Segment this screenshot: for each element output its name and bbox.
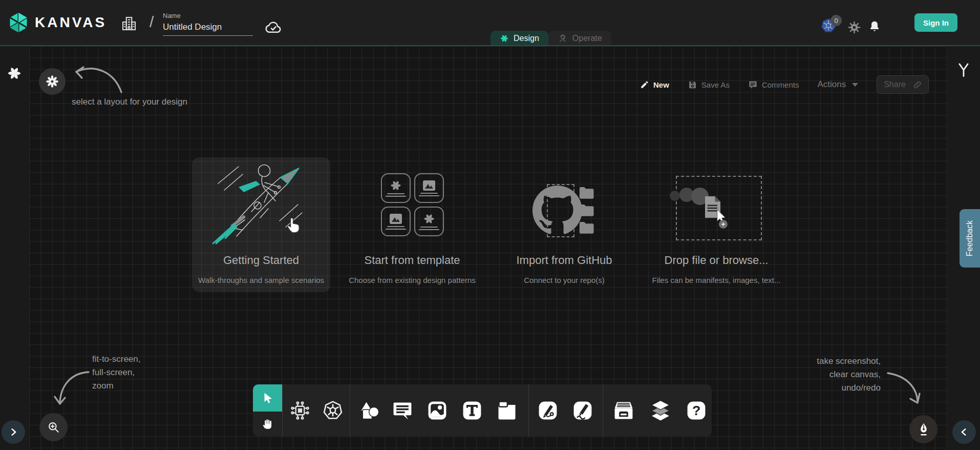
- github-octocat-icon[interactable]: [532, 186, 582, 235]
- tab-design[interactable]: Design: [491, 31, 548, 46]
- canvas-toolbar: New Save As Comments Actions Share: [640, 75, 929, 94]
- add-plus-badge: [719, 220, 728, 229]
- card-title-github[interactable]: Import from GitHub: [487, 254, 641, 267]
- comments-button[interactable]: Comments: [748, 80, 799, 90]
- select-cursor-icon: [261, 392, 274, 405]
- tab-design-label: Design: [514, 34, 539, 43]
- feedback-tab[interactable]: Feedback: [960, 209, 980, 268]
- svg-text:?: ?: [692, 403, 700, 418]
- note-tool-button[interactable]: [496, 399, 518, 422]
- card-title-template: Start from template: [335, 254, 489, 267]
- left-sidebar: [0, 46, 29, 450]
- pencil-icon: [640, 80, 649, 89]
- collapse-right-panel-button[interactable]: [952, 420, 976, 444]
- image-icon: [389, 213, 402, 224]
- template-tile: [414, 173, 444, 203]
- design-name-label: Name: [163, 12, 253, 19]
- save-floppy-icon: [688, 80, 697, 90]
- drawer-tool-button[interactable]: [612, 399, 635, 422]
- image-icon: [422, 180, 436, 191]
- settings-gear-icon[interactable]: [847, 21, 861, 36]
- cloud-saved-icon: [264, 19, 283, 37]
- template-tile: [381, 173, 411, 203]
- cluster-count-badge: 0: [830, 15, 842, 26]
- feedback-label: Feedback: [965, 220, 974, 256]
- kubernetes-tool-button[interactable]: [322, 399, 344, 422]
- card-sub-getting-started: Walk-throughs and sample scenarios: [179, 276, 343, 284]
- chevron-left-icon: [959, 427, 969, 437]
- pan-hand-icon: [261, 417, 275, 432]
- design-name-input[interactable]: [163, 22, 253, 36]
- kanvas-logo-icon: [7, 11, 30, 34]
- screenshot-hint-text: take screenshot, clear canvas, undo/redo: [783, 355, 881, 395]
- template-tile: [381, 207, 411, 236]
- y-logo-icon[interactable]: [956, 63, 971, 80]
- layout-hint-arrow: [68, 57, 125, 97]
- brand[interactable]: KANVAS: [7, 11, 106, 34]
- layout-picker-button[interactable]: [39, 68, 66, 95]
- flower-asterisk-icon: [46, 75, 59, 88]
- design-name-field: Name: [163, 12, 253, 36]
- magnifier-plus-icon: [47, 421, 60, 434]
- expand-left-panel-button[interactable]: [2, 420, 25, 444]
- pencil-tool-button[interactable]: [571, 399, 594, 422]
- layout-hint-text: select a layout for your design: [72, 95, 187, 109]
- select-tool-button[interactable]: [253, 384, 282, 412]
- tab-operate-label: Operate: [572, 34, 602, 43]
- design-spiral-icon: [500, 34, 509, 43]
- share-button[interactable]: Share: [877, 75, 929, 94]
- sidebar-spiral-icon[interactable]: [7, 66, 22, 83]
- mode-tabs: Design Operate: [491, 31, 611, 46]
- brand-name: KANVAS: [35, 14, 106, 31]
- card-template-illustration[interactable]: [381, 173, 444, 236]
- kanvas-app: KANVAS / Name Design: [0, 0, 980, 450]
- spiral-icon: [423, 213, 435, 225]
- spiral-icon: [390, 179, 402, 192]
- app-header: KANVAS / Name Design: [0, 0, 980, 45]
- drop-trail-circle: [670, 191, 680, 201]
- zoom-hint-arrow: [49, 367, 95, 414]
- card-title-getting-started: Getting Started: [184, 254, 338, 267]
- tab-operate[interactable]: Operate: [548, 31, 611, 46]
- sign-in-button[interactable]: Sign In: [914, 13, 957, 32]
- operate-headset-icon: [558, 33, 568, 44]
- pen-actions-button[interactable]: [909, 415, 938, 443]
- card-sub-github: Connect to your repo(s): [482, 276, 646, 284]
- pan-tool-button[interactable]: [253, 412, 282, 437]
- pen-nib-icon: [917, 422, 931, 437]
- repo-folder-icon: [578, 186, 596, 200]
- share-link-icon: [913, 80, 922, 89]
- breadcrumb-separator: /: [150, 13, 154, 31]
- hand-pointer-cursor: [285, 214, 302, 234]
- rocket-doodle-illustration: [203, 160, 321, 249]
- card-sub-drop: Files can be manifests, images, text...: [634, 276, 798, 284]
- shapes-tool-button[interactable]: [358, 399, 381, 422]
- caret-down-icon: [852, 83, 858, 87]
- relationship-tool-button[interactable]: [289, 399, 311, 422]
- template-tile: [414, 207, 444, 236]
- organization-icon[interactable]: [120, 14, 138, 35]
- card-sub-template: Choose from existing design patterns: [330, 276, 494, 284]
- help-tool-button[interactable]: ?: [685, 399, 708, 422]
- image-tool-button[interactable]: [426, 399, 449, 422]
- pen-tool-button[interactable]: [537, 399, 559, 422]
- screenshot-hint-arrow: [885, 367, 928, 413]
- text-tool-button[interactable]: [461, 399, 483, 422]
- layers-tool-button[interactable]: [649, 399, 672, 422]
- repo-folder-icon: [578, 221, 596, 235]
- chevron-right-icon: [8, 427, 18, 437]
- zoom-hint-text: fit-to-screen, full-screen, zoom: [92, 353, 140, 393]
- notifications-bell-icon[interactable]: [868, 20, 881, 35]
- actions-dropdown[interactable]: Actions: [817, 79, 858, 90]
- repo-folder-icon: [578, 203, 596, 217]
- card-title-drop[interactable]: Drop file or browse...: [640, 254, 793, 267]
- zoom-button[interactable]: [39, 413, 68, 441]
- save-as-button[interactable]: Save As: [688, 80, 730, 90]
- new-button[interactable]: New: [640, 80, 669, 89]
- comment-bubble-icon: [748, 80, 758, 90]
- comment-tool-button[interactable]: [391, 399, 414, 422]
